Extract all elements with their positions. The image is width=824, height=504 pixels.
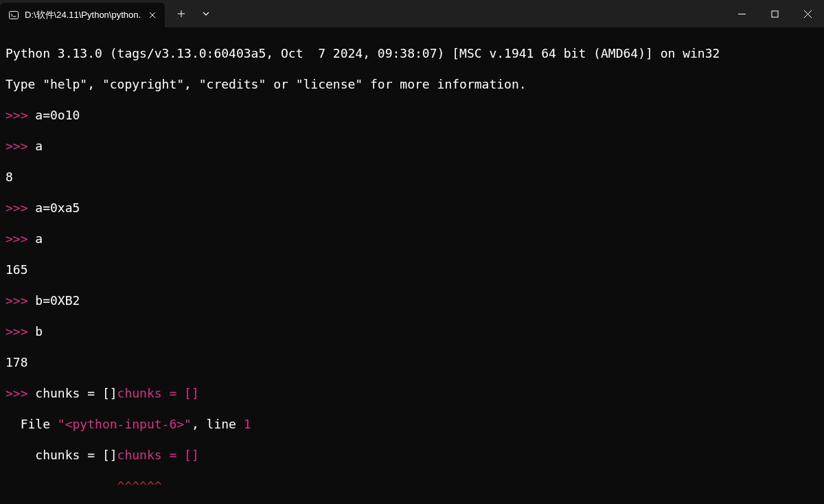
repl-input: a xyxy=(35,231,43,246)
repl-prompt: >>> xyxy=(5,293,35,308)
maximize-button[interactable] xyxy=(758,0,791,27)
python-help-hint: Type "help", "copyright", "credits" or "… xyxy=(5,77,527,91)
traceback-file-post: , line xyxy=(192,417,244,431)
repl-output: 8 xyxy=(5,170,13,184)
traceback-file-pre: File xyxy=(5,417,58,431)
svg-rect-0 xyxy=(10,12,19,19)
repl-input: a=0xa5 xyxy=(35,201,80,215)
minimize-button[interactable] xyxy=(725,0,758,27)
repl-input: a xyxy=(35,139,43,153)
repl-output: 165 xyxy=(5,262,28,277)
terminal-content[interactable]: Python 3.13.0 (tags/v3.13.0:60403a5, Oct… xyxy=(0,27,824,504)
traceback-echo-error-part: chunks = [] xyxy=(117,448,199,462)
traceback-filename: "<python-input-6>" xyxy=(58,417,192,431)
traceback-caret-indent xyxy=(5,479,117,493)
repl-prompt: >>> xyxy=(5,108,35,122)
python-banner: Python 3.13.0 (tags/v3.13.0:60403a5, Oct… xyxy=(5,46,720,60)
repl-prompt: >>> xyxy=(5,231,35,246)
repl-input: b xyxy=(35,324,43,339)
tab-close-button[interactable] xyxy=(147,10,158,21)
tab-title: D:\软件\24.11\Python\python. xyxy=(25,10,141,21)
repl-input: b=0XB2 xyxy=(35,293,80,308)
repl-prompt: >>> xyxy=(5,139,35,153)
repl-prompt: >>> xyxy=(5,386,35,400)
close-button[interactable] xyxy=(791,0,824,27)
traceback-echo-indent xyxy=(5,448,35,462)
repl-input-part: chunks = [] xyxy=(35,386,117,400)
repl-prompt: >>> xyxy=(5,324,35,339)
terminal-tab[interactable]: D:\软件\24.11\Python\python. xyxy=(0,3,165,27)
traceback-echo-part: chunks = [] xyxy=(35,448,117,462)
titlebar: D:\软件\24.11\Python\python. xyxy=(0,0,824,27)
repl-prompt: >>> xyxy=(5,201,35,215)
terminal-icon xyxy=(8,10,19,21)
tab-dropdown-button[interactable] xyxy=(194,1,218,26)
window-controls xyxy=(725,0,824,27)
repl-output: 178 xyxy=(5,355,28,369)
svg-rect-1 xyxy=(772,11,778,17)
repl-input: a=0o10 xyxy=(35,108,80,122)
new-tab-button[interactable] xyxy=(169,1,194,26)
repl-input-error-part: chunks = [] xyxy=(117,386,199,400)
tab-actions xyxy=(169,1,218,26)
traceback-caret: ^^^^^^ xyxy=(117,479,162,493)
traceback-line-no: 1 xyxy=(244,417,251,431)
